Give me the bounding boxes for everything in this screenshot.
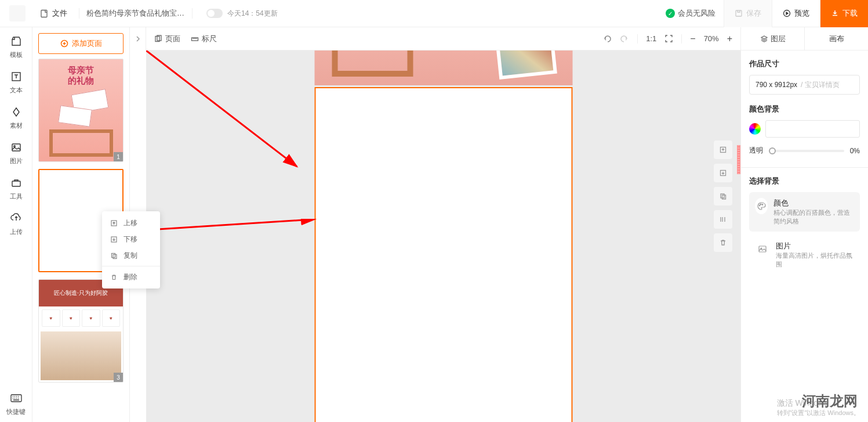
nav-upload[interactable]: 上传 xyxy=(5,211,28,236)
canvas-area[interactable] xyxy=(146,51,740,422)
delete-button[interactable] xyxy=(714,233,732,252)
ctx-delete[interactable]: 删除 xyxy=(102,269,160,285)
zoom-percent[interactable]: 70% xyxy=(704,34,719,43)
svg-point-5 xyxy=(13,146,15,147)
svg-rect-11 xyxy=(192,38,198,41)
toolbox-icon xyxy=(9,176,23,190)
opacity-value: 0% xyxy=(850,147,860,155)
svg-point-19 xyxy=(760,204,761,205)
arrow-down-box-icon xyxy=(110,236,118,243)
save-button: 保存 xyxy=(724,0,772,27)
color-wheel-icon[interactable] xyxy=(749,123,761,135)
layer-tab[interactable]: 图层 xyxy=(741,27,805,50)
file-icon xyxy=(39,9,49,18)
nav-tools[interactable]: 工具 xyxy=(5,176,28,201)
canvas-toolbar: 页面 标尺 1:1 − 70% + xyxy=(146,27,740,51)
move-down-button[interactable] xyxy=(714,164,732,182)
page-thumbnail-1[interactable]: 母亲节的礼物 1 xyxy=(38,59,124,162)
page-render[interactable] xyxy=(314,51,572,422)
redo-icon[interactable] xyxy=(620,34,629,44)
play-circle-icon xyxy=(783,9,791,17)
collapse-panel-button[interactable] xyxy=(130,27,146,51)
logo xyxy=(9,5,26,21)
elements-icon xyxy=(9,105,23,119)
arrow-up-box-icon xyxy=(110,219,118,227)
windows-activate-notice: 激活 Windows 转到"设置"以激活 Windows。 xyxy=(777,398,860,417)
undo-icon[interactable] xyxy=(602,34,612,44)
svg-line-16 xyxy=(146,51,297,167)
size-heading: 作品尺寸 xyxy=(749,59,860,69)
risk-label: 会员无风险 xyxy=(678,8,716,19)
page-thumbnail-3[interactable]: 匠心制造·只为好阿胶 ♥♥♥♥ 3 xyxy=(38,279,124,383)
blank-page[interactable] xyxy=(314,87,572,422)
zoom-ratio-button[interactable]: 1:1 xyxy=(646,34,656,43)
document-title[interactable]: 粉色简约母亲节食品礼物宝贝... xyxy=(86,8,185,19)
fit-screen-icon[interactable] xyxy=(664,34,673,43)
svg-line-17 xyxy=(158,220,303,229)
divider xyxy=(192,8,193,19)
layers-icon xyxy=(760,35,768,43)
save-icon xyxy=(735,9,743,17)
copy-icon xyxy=(110,252,118,259)
canvas-tab[interactable]: 画布 xyxy=(805,27,868,50)
text-icon xyxy=(9,70,23,84)
svg-point-18 xyxy=(759,205,760,206)
svg-point-20 xyxy=(762,204,763,205)
checkmark-icon: ✓ xyxy=(666,9,675,18)
member-risk-badge[interactable]: ✓ 会员无风险 xyxy=(666,8,716,19)
select-bg-heading: 选择背景 xyxy=(749,176,860,186)
properties-panel: 作品尺寸 790 x 9912px / 宝贝详情页 颜色背景 透明 0% 选择背… xyxy=(740,51,868,422)
nav-shortcuts[interactable]: 快捷键 xyxy=(5,391,28,416)
keyboard-icon xyxy=(9,391,23,405)
download-icon xyxy=(831,9,839,17)
ctx-move-up[interactable]: 上移 xyxy=(102,215,160,231)
cloud-upload-icon xyxy=(9,211,23,225)
svg-rect-6 xyxy=(12,181,20,186)
opacity-slider[interactable] xyxy=(769,150,844,152)
ruler-tool[interactable]: 标尺 xyxy=(191,34,217,44)
page-quick-actions xyxy=(714,140,732,252)
svg-rect-0 xyxy=(41,10,47,17)
bg-option-color[interactable]: 颜色 精心调配的百搭颜色，营造简约风格 xyxy=(749,192,860,232)
thumb-title: 母亲节的礼物 xyxy=(68,65,94,86)
svg-rect-1 xyxy=(736,10,742,16)
chevron-right-icon xyxy=(135,35,141,42)
color-input[interactable] xyxy=(765,120,860,138)
file-menu-button[interactable]: 文件 xyxy=(35,6,72,21)
template-icon xyxy=(9,34,23,48)
preview-button[interactable]: 预览 xyxy=(772,0,820,27)
nav-text[interactable]: 文本 xyxy=(5,70,28,95)
image-icon xyxy=(755,241,770,257)
canvas-size-input[interactable]: 790 x 9912px / 宝贝详情页 xyxy=(749,75,860,95)
nav-template[interactable]: 模板 xyxy=(5,34,28,59)
move-up-button[interactable] xyxy=(714,140,732,159)
bg-option-image[interactable]: 图片 海量高清图片，烘托作品氛围 xyxy=(749,235,860,275)
opacity-label: 透明 xyxy=(749,146,763,156)
add-page-button[interactable]: 添加页面 xyxy=(38,33,124,54)
page-icon xyxy=(154,35,162,43)
align-button[interactable] xyxy=(714,210,732,229)
svg-rect-21 xyxy=(759,246,766,252)
plus-circle-icon xyxy=(60,39,68,48)
download-button[interactable]: 下载 xyxy=(820,0,868,27)
palette-icon xyxy=(755,198,768,214)
file-menu-label: 文件 xyxy=(52,8,67,19)
page-context-menu: 上移 下移 复制 删除 xyxy=(102,211,160,288)
left-nav: 模板 文本 素材 图片 工具 上传 快捷键 xyxy=(0,27,32,422)
zoom-in-button[interactable]: + xyxy=(727,34,732,44)
last-updated-text: 今天14：54更新 xyxy=(227,9,278,19)
svg-rect-4 xyxy=(12,144,20,151)
app-header: 文件 粉色简约母亲节食品礼物宝贝... 今天14：54更新 ✓ 会员无风险 保存… xyxy=(0,0,868,27)
ctx-copy[interactable]: 复制 xyxy=(102,247,160,264)
right-tabs: 图层 画布 xyxy=(740,27,868,51)
trash-icon xyxy=(110,273,118,281)
nav-image[interactable]: 图片 xyxy=(5,140,28,165)
divider xyxy=(79,8,79,19)
ctx-move-down[interactable]: 下移 xyxy=(102,231,160,247)
page-tool[interactable]: 页面 xyxy=(154,34,180,44)
zoom-out-button[interactable]: − xyxy=(690,34,695,44)
copy-button[interactable] xyxy=(714,187,732,205)
ruler-icon xyxy=(191,35,199,43)
autosave-toggle[interactable] xyxy=(206,9,223,18)
nav-elements[interactable]: 素材 xyxy=(5,105,28,130)
